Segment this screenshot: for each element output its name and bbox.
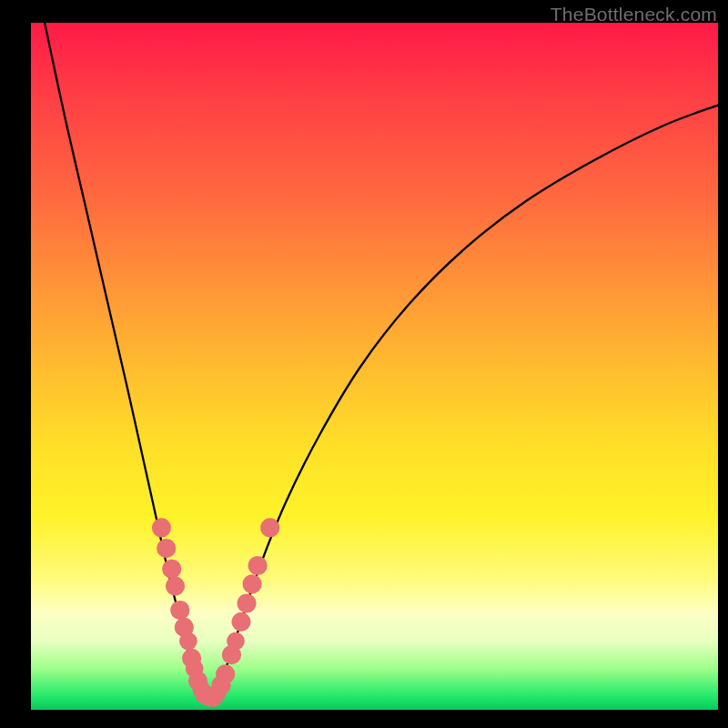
curve-marker bbox=[152, 518, 171, 537]
curve-marker bbox=[238, 593, 257, 612]
curve-marker bbox=[170, 601, 189, 620]
marker-group bbox=[152, 518, 279, 707]
curve-marker bbox=[248, 556, 268, 575]
curve-marker bbox=[166, 577, 185, 596]
curve-marker bbox=[243, 574, 262, 593]
curve-marker bbox=[227, 632, 245, 651]
chart-svg bbox=[31, 23, 718, 710]
curve-marker bbox=[162, 560, 181, 579]
chart-frame: TheBottleneck.com bbox=[0, 0, 728, 728]
curve-marker bbox=[216, 664, 235, 683]
curve-marker bbox=[179, 632, 197, 651]
plot-area bbox=[31, 23, 718, 710]
watermark-text: TheBottleneck.com bbox=[551, 4, 717, 25]
curve-marker bbox=[260, 518, 279, 537]
curve-marker bbox=[157, 539, 176, 558]
bottleneck-curve bbox=[45, 23, 718, 699]
curve-marker bbox=[231, 612, 250, 632]
